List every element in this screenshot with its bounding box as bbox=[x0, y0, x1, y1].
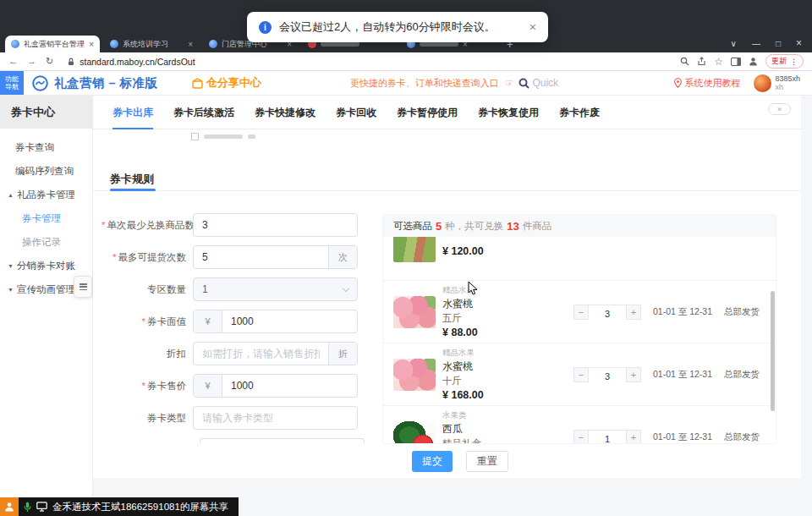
product-info: 精品水果 水蜜桃 十斤 ¥ 168.00 bbox=[442, 348, 569, 401]
discount-input[interactable] bbox=[194, 343, 328, 365]
sidebar-item-code-sequence-query[interactable]: 编码序列查询 bbox=[0, 159, 92, 183]
checkbox-icon bbox=[191, 133, 199, 140]
microphone-icon bbox=[24, 502, 31, 513]
field-label: *券卡售价 bbox=[102, 380, 193, 392]
update-label: 更新 bbox=[771, 56, 787, 67]
screen-share-icon bbox=[36, 502, 47, 512]
validity-range: 01-01 至 12-31 bbox=[653, 369, 712, 381]
quantity-input[interactable] bbox=[589, 432, 626, 445]
card-type-input[interactable] bbox=[194, 407, 357, 429]
menu-bars-icon bbox=[80, 283, 87, 290]
update-button[interactable]: 更新 ⋮ bbox=[765, 54, 804, 69]
validity-range: 01-01 至 12-31 bbox=[653, 306, 712, 318]
obscured-text bbox=[248, 134, 255, 139]
tab-card-activate[interactable]: 券卡后续激活 bbox=[173, 96, 234, 129]
sidebar-group-gift-card-mgmt[interactable]: ▲ 礼品券卡管理 bbox=[0, 183, 92, 206]
quick-label[interactable]: Quick bbox=[532, 77, 558, 89]
back-icon[interactable]: ← bbox=[8, 57, 18, 66]
reset-button[interactable]: 重置 bbox=[466, 451, 508, 472]
plus-button[interactable]: + bbox=[626, 305, 641, 320]
product-spec: 十斤 bbox=[442, 375, 569, 387]
nav-toggle-button[interactable]: 功能 导航 bbox=[0, 71, 24, 95]
sidebar-group-distribution-reconciliation[interactable]: ▼ 分销券卡对账 bbox=[0, 254, 92, 277]
obscured-text bbox=[204, 134, 243, 139]
meeting-notification-toast: i 会议已超过2人，自动转为60分钟限时会议。 × bbox=[247, 12, 548, 42]
profile-icon[interactable] bbox=[749, 57, 758, 66]
user-avatar[interactable] bbox=[754, 74, 771, 92]
label-text: 折扣 bbox=[167, 349, 186, 359]
summary-type-count: 5 bbox=[436, 220, 442, 233]
form-row-sale-price: *券卡售价 ¥ bbox=[102, 374, 358, 398]
quantity-input[interactable] bbox=[589, 307, 626, 321]
quantity-input[interactable] bbox=[589, 370, 626, 383]
bookmark-star-icon[interactable]: ☆ bbox=[714, 57, 723, 67]
tab-close-icon[interactable]: × bbox=[188, 40, 193, 49]
sidebar-item-operation-log[interactable]: 操作记录 bbox=[0, 230, 92, 254]
sidebar-item-label: 券卡查询 bbox=[15, 141, 54, 154]
summary-item-count: 13 bbox=[507, 220, 518, 233]
url-text[interactable]: standard.maboy.cn/CardsOut bbox=[80, 57, 195, 67]
minus-button[interactable]: − bbox=[573, 367, 589, 382]
tab-card-outbound[interactable]: 券卡出库 bbox=[112, 96, 153, 129]
address-bar[interactable]: standard.maboy.cn/CardsOut bbox=[68, 57, 195, 67]
panel-scrollbar[interactable] bbox=[771, 291, 775, 411]
tab-close-icon[interactable]: × bbox=[89, 40, 94, 49]
window-close-icon[interactable]: × bbox=[796, 37, 802, 49]
face-value-input[interactable] bbox=[222, 310, 357, 332]
tab-card-void[interactable]: 券卡作废 bbox=[559, 96, 600, 129]
submit-button[interactable]: 提交 bbox=[412, 451, 453, 472]
sale-price-input[interactable] bbox=[222, 375, 357, 397]
user-name: 8385xh xh bbox=[775, 74, 800, 91]
tab-card-recycle[interactable]: 券卡回收 bbox=[336, 96, 376, 129]
zone-count-select[interactable] bbox=[193, 277, 358, 301]
window-minimize-icon[interactable]: — bbox=[752, 39, 760, 48]
product-category: 水果类 bbox=[442, 410, 569, 421]
browser-tab-training[interactable]: 系统培训学习 × bbox=[104, 36, 199, 52]
location-pin-icon bbox=[674, 78, 682, 88]
tab-card-resume[interactable]: 券卡恢复使用 bbox=[478, 96, 539, 129]
tab-card-suspend[interactable]: 券卡暂停使用 bbox=[397, 96, 458, 129]
delivery-source: 总部发货 bbox=[724, 306, 760, 318]
quantity-stepper: − + bbox=[573, 305, 641, 320]
side-panel-icon[interactable] bbox=[731, 58, 741, 66]
notification-close-icon[interactable]: × bbox=[529, 20, 536, 34]
main-content: 券卡出库 券卡后续激活 券卡快捷修改 券卡回收 券卡暂停使用 券卡恢复使用 券卡… bbox=[93, 96, 801, 478]
products-summary: 可选商品 5 种，共可兑换 13 件商品 bbox=[383, 215, 776, 237]
sidebar-item-label: 操作记录 bbox=[22, 236, 61, 249]
minus-button[interactable]: − bbox=[573, 305, 589, 320]
minus-button[interactable]: − bbox=[573, 430, 589, 445]
section-title: 券卡规则 bbox=[110, 172, 154, 187]
screen-share-bar: 金禾通技术王斌18662591081的屏幕共享 bbox=[0, 497, 239, 516]
label-text: 单次最少兑换商品数 bbox=[107, 220, 195, 230]
quick-search-icon[interactable] bbox=[518, 78, 529, 89]
tutorial-link[interactable]: 系统使用教程 bbox=[674, 77, 740, 90]
sidebar-collapse-handle[interactable] bbox=[74, 276, 92, 298]
mouse-cursor bbox=[468, 281, 478, 296]
form-row-face-value: *券卡面值 ¥ bbox=[102, 310, 358, 333]
forward-icon[interactable]: → bbox=[27, 57, 36, 66]
expand-button[interactable]: » bbox=[768, 103, 791, 115]
reload-icon[interactable]: ↻ bbox=[46, 57, 53, 66]
label-text: 券卡售价 bbox=[147, 381, 186, 391]
window-maximize-icon[interactable]: □ bbox=[776, 39, 781, 48]
min-exchange-input[interactable] bbox=[194, 214, 357, 236]
sidebar-item-label: 分销券卡对账 bbox=[17, 260, 75, 272]
product-price: ¥ 88.00 bbox=[442, 327, 569, 338]
section-divider bbox=[93, 190, 801, 191]
share-center-link[interactable]: 仓分享中心 bbox=[192, 75, 261, 91]
sidebar-item-card-management[interactable]: 券卡管理 bbox=[0, 206, 92, 230]
plus-button[interactable]: + bbox=[626, 430, 641, 445]
browser-tab-gift-admin[interactable]: 礼盒营销平台管理中心 × bbox=[5, 36, 100, 52]
chevron-down-icon bbox=[335, 278, 357, 300]
max-pickup-input[interactable] bbox=[194, 246, 328, 268]
tab-card-quick-edit[interactable]: 券卡快捷修改 bbox=[255, 96, 315, 129]
sidebar-item-card-query[interactable]: 券卡查询 bbox=[0, 135, 92, 159]
share-icon[interactable] bbox=[697, 57, 706, 66]
window-menu-icon[interactable]: ∨ bbox=[731, 39, 737, 48]
plus-button[interactable]: + bbox=[626, 367, 641, 382]
form-row-discount: 折扣 折 bbox=[102, 342, 358, 365]
tab-favicon-icon bbox=[11, 40, 19, 48]
sidebar-item-label: 礼品券卡管理 bbox=[17, 189, 75, 201]
zoom-icon[interactable] bbox=[680, 57, 689, 66]
app-title: 礼盒营销 – 标准版 bbox=[54, 75, 158, 91]
